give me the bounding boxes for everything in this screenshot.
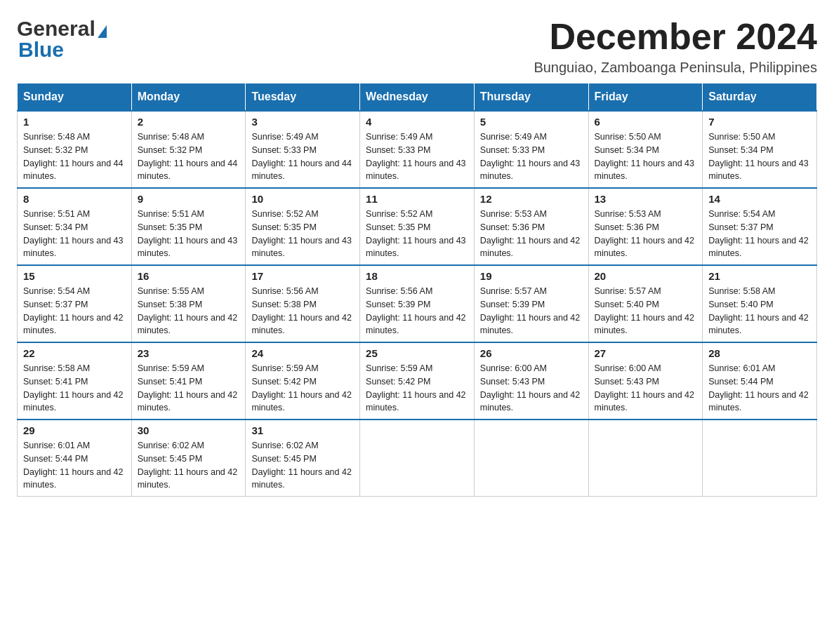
day-info: Sunrise: 5:51 AMSunset: 5:35 PMDaylight:… — [138, 208, 240, 260]
day-info: Sunrise: 5:50 AMSunset: 5:34 PMDaylight:… — [708, 130, 811, 183]
day-number: 9 — [138, 193, 240, 205]
calendar-cell: 22Sunrise: 5:58 AMSunset: 5:41 PMDayligh… — [18, 342, 132, 420]
day-number: 5 — [480, 116, 583, 128]
header-wednesday: Wednesday — [360, 83, 475, 112]
day-info: Sunrise: 5:59 AMSunset: 5:42 PMDaylight:… — [251, 362, 354, 415]
day-number: 25 — [366, 347, 468, 359]
calendar-table: SundayMondayTuesdayWednesdayThursdayFrid… — [17, 83, 817, 497]
calendar-cell: 21Sunrise: 5:58 AMSunset: 5:40 PMDayligh… — [703, 265, 817, 342]
calendar-cell: 29Sunrise: 6:01 AMSunset: 5:44 PMDayligh… — [18, 420, 132, 497]
day-info: Sunrise: 5:57 AMSunset: 5:40 PMDaylight:… — [595, 285, 697, 337]
calendar-cell: 15Sunrise: 5:54 AMSunset: 5:37 PMDayligh… — [18, 265, 132, 342]
day-number: 26 — [480, 347, 583, 359]
calendar-cell: 27Sunrise: 6:00 AMSunset: 5:43 PMDayligh… — [588, 342, 703, 420]
day-number: 10 — [251, 193, 354, 205]
day-number: 14 — [708, 193, 811, 205]
location-text: Bunguiao, Zamboanga Peninsula, Philippin… — [534, 60, 817, 76]
day-info: Sunrise: 6:01 AMSunset: 5:44 PMDaylight:… — [23, 439, 126, 492]
day-info: Sunrise: 5:56 AMSunset: 5:39 PMDaylight:… — [366, 285, 468, 337]
day-number: 27 — [595, 347, 697, 359]
calendar-cell: 24Sunrise: 5:59 AMSunset: 5:42 PMDayligh… — [246, 342, 360, 420]
day-info: Sunrise: 5:52 AMSunset: 5:35 PMDaylight:… — [251, 208, 354, 260]
day-number: 24 — [251, 347, 354, 359]
day-number: 1 — [23, 116, 126, 128]
calendar-cell: 31Sunrise: 6:02 AMSunset: 5:45 PMDayligh… — [246, 420, 360, 497]
calendar-cell: 2Sunrise: 5:48 AMSunset: 5:32 PMDaylight… — [131, 111, 246, 188]
calendar-cell: 14Sunrise: 5:54 AMSunset: 5:37 PMDayligh… — [703, 188, 817, 265]
day-number: 7 — [708, 116, 811, 128]
header-sunday: Sunday — [18, 83, 132, 112]
day-info: Sunrise: 6:02 AMSunset: 5:45 PMDaylight:… — [251, 439, 354, 492]
week-row-5: 29Sunrise: 6:01 AMSunset: 5:44 PMDayligh… — [18, 420, 817, 497]
calendar-cell — [703, 420, 817, 497]
calendar-cell: 25Sunrise: 5:59 AMSunset: 5:42 PMDayligh… — [360, 342, 475, 420]
header-monday: Monday — [131, 83, 246, 112]
calendar-cell: 6Sunrise: 5:50 AMSunset: 5:34 PMDaylight… — [588, 111, 703, 188]
calendar-cell: 20Sunrise: 5:57 AMSunset: 5:40 PMDayligh… — [588, 265, 703, 342]
day-number: 2 — [138, 116, 240, 128]
week-row-4: 22Sunrise: 5:58 AMSunset: 5:41 PMDayligh… — [18, 342, 817, 420]
title-block: December 2024 Bunguiao, Zamboanga Penins… — [534, 17, 817, 76]
calendar-cell: 12Sunrise: 5:53 AMSunset: 5:36 PMDayligh… — [474, 188, 588, 265]
day-info: Sunrise: 5:53 AMSunset: 5:36 PMDaylight:… — [480, 208, 583, 260]
day-info: Sunrise: 6:01 AMSunset: 5:44 PMDaylight:… — [708, 362, 811, 415]
calendar-cell: 4Sunrise: 5:49 AMSunset: 5:33 PMDaylight… — [360, 111, 475, 188]
header-friday: Friday — [588, 83, 703, 112]
calendar-cell — [360, 420, 475, 497]
weekday-header-row: SundayMondayTuesdayWednesdayThursdayFrid… — [18, 83, 817, 112]
calendar-cell: 3Sunrise: 5:49 AMSunset: 5:33 PMDaylight… — [246, 111, 360, 188]
page-header: General Blue December 2024 Bunguiao, Zam… — [17, 17, 817, 76]
week-row-3: 15Sunrise: 5:54 AMSunset: 5:37 PMDayligh… — [18, 265, 817, 342]
calendar-cell: 19Sunrise: 5:57 AMSunset: 5:39 PMDayligh… — [474, 265, 588, 342]
day-number: 15 — [23, 270, 126, 282]
day-number: 30 — [138, 424, 240, 436]
calendar-cell: 9Sunrise: 5:51 AMSunset: 5:35 PMDaylight… — [131, 188, 246, 265]
calendar-cell: 30Sunrise: 6:02 AMSunset: 5:45 PMDayligh… — [131, 420, 246, 497]
day-number: 6 — [595, 116, 697, 128]
logo-arrow-icon — [98, 25, 107, 38]
calendar-cell: 1Sunrise: 5:48 AMSunset: 5:32 PMDaylight… — [18, 111, 132, 188]
day-info: Sunrise: 5:49 AMSunset: 5:33 PMDaylight:… — [366, 130, 468, 183]
calendar-cell: 28Sunrise: 6:01 AMSunset: 5:44 PMDayligh… — [703, 342, 817, 420]
day-info: Sunrise: 5:48 AMSunset: 5:32 PMDaylight:… — [138, 130, 240, 183]
day-info: Sunrise: 5:50 AMSunset: 5:34 PMDaylight:… — [595, 130, 697, 183]
week-row-1: 1Sunrise: 5:48 AMSunset: 5:32 PMDaylight… — [18, 111, 817, 188]
calendar-cell: 10Sunrise: 5:52 AMSunset: 5:35 PMDayligh… — [246, 188, 360, 265]
calendar-cell: 26Sunrise: 6:00 AMSunset: 5:43 PMDayligh… — [474, 342, 588, 420]
day-info: Sunrise: 5:59 AMSunset: 5:42 PMDaylight:… — [366, 362, 468, 415]
day-number: 19 — [480, 270, 583, 282]
day-number: 17 — [251, 270, 354, 282]
calendar-cell — [474, 420, 588, 497]
logo-general-text: General — [17, 17, 95, 40]
header-thursday: Thursday — [474, 83, 588, 112]
day-number: 8 — [23, 193, 126, 205]
day-number: 29 — [23, 424, 126, 436]
day-info: Sunrise: 5:53 AMSunset: 5:36 PMDaylight:… — [595, 208, 697, 260]
day-number: 18 — [366, 270, 468, 282]
day-info: Sunrise: 5:49 AMSunset: 5:33 PMDaylight:… — [480, 130, 583, 183]
calendar-cell — [588, 420, 703, 497]
day-number: 11 — [366, 193, 468, 205]
calendar-cell: 11Sunrise: 5:52 AMSunset: 5:35 PMDayligh… — [360, 188, 475, 265]
logo: General Blue — [17, 17, 107, 62]
logo-blue-text: Blue — [17, 38, 64, 62]
day-info: Sunrise: 5:57 AMSunset: 5:39 PMDaylight:… — [480, 285, 583, 337]
day-number: 13 — [595, 193, 697, 205]
month-title: December 2024 — [534, 17, 817, 57]
week-row-2: 8Sunrise: 5:51 AMSunset: 5:34 PMDaylight… — [18, 188, 817, 265]
calendar-cell: 18Sunrise: 5:56 AMSunset: 5:39 PMDayligh… — [360, 265, 475, 342]
day-info: Sunrise: 5:59 AMSunset: 5:41 PMDaylight:… — [138, 362, 240, 415]
day-number: 28 — [708, 347, 811, 359]
header-tuesday: Tuesday — [246, 83, 360, 112]
day-info: Sunrise: 5:48 AMSunset: 5:32 PMDaylight:… — [23, 130, 126, 183]
day-info: Sunrise: 6:00 AMSunset: 5:43 PMDaylight:… — [595, 362, 697, 415]
header-saturday: Saturday — [703, 83, 817, 112]
day-info: Sunrise: 5:51 AMSunset: 5:34 PMDaylight:… — [23, 208, 126, 260]
day-number: 4 — [366, 116, 468, 128]
day-number: 12 — [480, 193, 583, 205]
day-number: 21 — [708, 270, 811, 282]
day-info: Sunrise: 6:00 AMSunset: 5:43 PMDaylight:… — [480, 362, 583, 415]
day-number: 3 — [251, 116, 354, 128]
day-info: Sunrise: 5:54 AMSunset: 5:37 PMDaylight:… — [708, 208, 811, 260]
calendar-cell: 5Sunrise: 5:49 AMSunset: 5:33 PMDaylight… — [474, 111, 588, 188]
